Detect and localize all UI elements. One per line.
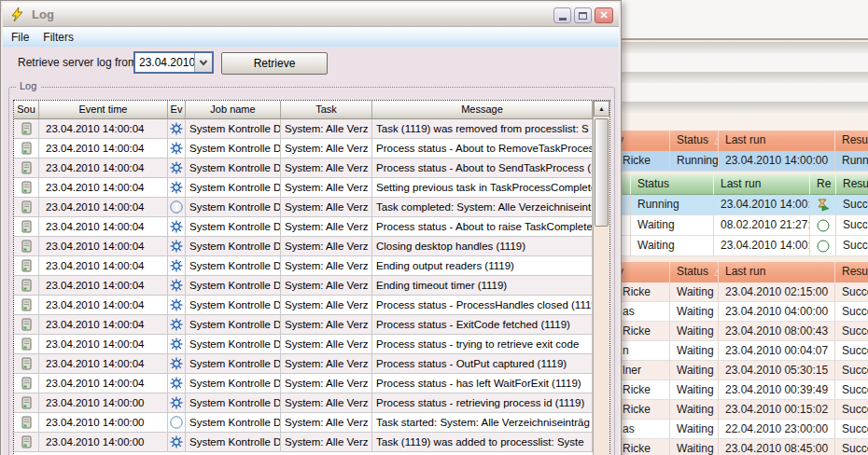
log-row[interactable]: 23.04.2010 14:00:04 (14, 139, 593, 159)
jobs-table-top-header[interactable]: y Status△ Last run Result (616, 131, 868, 151)
server-log-icon (21, 181, 32, 194)
table-row[interactable]: Ricke Waiting 23.04.2010 08:00:43 Succes… (616, 322, 868, 341)
task-cell: System: Alle Verz (281, 178, 372, 198)
debug-event-icon (170, 338, 183, 351)
log-row[interactable]: 23.04.2010 14:00:04 (14, 276, 593, 296)
column-header-name[interactable]: y (616, 262, 670, 283)
server-log-icon (21, 298, 32, 311)
table-row[interactable]: lner Waiting 23.04.2010 05:30:15 Success (616, 361, 868, 380)
column-header-status[interactable]: Status△ (670, 262, 719, 283)
menu-file[interactable]: File (11, 31, 29, 44)
table-row[interactable]: Waiting 08.02.2010 21:27:56 Suc (616, 215, 868, 236)
column-header-result[interactable]: Result (835, 262, 868, 283)
jobs-table-bottom-header[interactable]: y Status△ Last run Result (616, 262, 868, 283)
debug-event-icon (170, 142, 183, 155)
table-row[interactable]: Running 23.04.2010 14:00:00 Suc (616, 195, 868, 215)
log-row[interactable]: 23.04.2010 14:00:04 (14, 374, 593, 393)
log-row[interactable]: 23.04.2010 14:00:04 (14, 256, 593, 276)
log-row[interactable]: 23.04.2010 14:00:04 (14, 335, 593, 354)
debug-event-icon (170, 435, 183, 448)
source-cell (14, 217, 39, 237)
minimize-icon (559, 18, 567, 21)
table-row[interactable]: Ricke Waiting 23.04.2010 00:39:49 Succes… (616, 380, 868, 400)
table-row[interactable]: Ricke Waiting 23.04.2010 02:15:00 Succes… (616, 283, 868, 302)
column-header-status[interactable]: Status△ (670, 131, 719, 151)
column-header-message[interactable]: Message (372, 101, 593, 119)
log-group-title: Log (16, 80, 40, 91)
column-header-last-run[interactable]: Last run (719, 262, 835, 283)
minimize-button[interactable] (553, 7, 571, 23)
job-name-cell: as (616, 302, 670, 322)
status-cell: Waiting (631, 236, 714, 256)
server-log-icon (21, 220, 32, 233)
table-row[interactable]: Ricke Waiting 23.04.2010 00:15:02 Succes… (616, 400, 868, 420)
message-cell: Process status - trying to retrieve exit… (372, 335, 593, 354)
log-row[interactable]: 23.04.2010 14:00:04 (14, 198, 593, 217)
log-table-header: Sou Event time Ev Job name Task Message (14, 101, 593, 119)
date-picker[interactable]: 23.04.2010 (133, 51, 214, 74)
date-dropdown-button[interactable] (194, 53, 212, 72)
maximize-button[interactable] (574, 7, 592, 23)
status-cell: Waiting (670, 400, 719, 420)
log-row[interactable]: 23.04.2010 14:00:04 (14, 217, 593, 237)
log-row[interactable]: 23.04.2010 14:00:04 (14, 159, 593, 178)
event-time-cell: 23.04.2010 14:00:04 (39, 119, 168, 139)
last-run-cell: 23.04.2010 02:15:00 (719, 283, 835, 302)
column-header-re[interactable]: Re (810, 174, 836, 195)
result-cell: Success (836, 215, 868, 236)
scrollbar-thumb[interactable] (595, 118, 609, 227)
log-row[interactable]: 23.04.2010 14:00:04 (14, 315, 593, 335)
vertical-scrollbar[interactable]: ▲ (593, 101, 609, 455)
column-header-last-run[interactable]: Last run (714, 174, 810, 195)
result-cell: Success (835, 341, 868, 361)
log-row[interactable]: 23.04.2010 14:00:00 (14, 433, 593, 452)
debug-event-icon (170, 298, 183, 311)
chevron-down-icon (198, 58, 209, 67)
log-row[interactable]: 23.04.2010 14:00:04 (14, 296, 593, 315)
maximize-icon (579, 12, 587, 20)
scroll-up-button[interactable]: ▲ (594, 101, 609, 117)
retrieve-button[interactable]: Retrieve (221, 52, 328, 75)
column-header-name[interactable]: y (616, 131, 670, 151)
table-row[interactable]: Ricke Waiting 23.04.2010 08:45:00 Succes… (616, 439, 868, 455)
table-row[interactable]: as Waiting 22.04.2010 23:00:00 Success (616, 420, 868, 439)
jobs-table-top: y Status△ Last run Result Ricke Running … (616, 131, 868, 172)
log-row[interactable]: 23.04.2010 14:00:04 (14, 178, 593, 198)
debug-event-icon (170, 161, 183, 174)
log-row[interactable]: 23.04.2010 14:00:00 (14, 393, 593, 413)
column-header-event[interactable]: Ev (168, 101, 186, 119)
table-row[interactable]: Ricke Running 23.04.2010 14:00:00 Runnin… (616, 151, 868, 172)
menu-filters[interactable]: Filters (43, 31, 74, 44)
column-header-task[interactable]: Task (281, 101, 372, 119)
log-row[interactable]: 23.04.2010 14:00:04 (14, 119, 593, 139)
close-button[interactable]: ✕ (595, 7, 613, 23)
debug-event-icon (170, 122, 183, 135)
table-row[interactable]: Waiting 23.04.2010 14:00:04 Suc (616, 236, 868, 256)
column-header-status[interactable]: Status (631, 174, 714, 195)
log-table-body: 23.04.2010 14:00:04 (14, 119, 593, 455)
table-row[interactable]: as Waiting 23.04.2010 04:00:00 Success (616, 302, 868, 322)
dialog-titlebar[interactable]: Log ✕ (3, 3, 619, 27)
task-cell: System: Alle Verz (281, 237, 372, 256)
tasks-table-header[interactable]: r Status Last run Re Result (616, 174, 868, 195)
server-log-icon (21, 435, 32, 448)
status-cell: Running (670, 151, 719, 172)
column-header-job-name[interactable]: Job name (186, 101, 281, 119)
info-event-icon (170, 416, 183, 429)
table-row[interactable]: n Waiting 23.04.2010 00:04:07 Success (616, 341, 868, 361)
column-header-event-time[interactable]: Event time (39, 101, 168, 119)
log-row[interactable]: 23.04.2010 14:00:00 (14, 413, 593, 433)
log-row[interactable]: 23.04.2010 14:00:04 (14, 354, 593, 374)
event-time-cell: 23.04.2010 14:00:04 (39, 276, 168, 296)
column-header-source[interactable]: Sou (14, 101, 39, 119)
column-header-result[interactable]: Result (836, 174, 868, 195)
result-cell: Success (836, 236, 868, 256)
job-name-cell: System Kontrolle D (186, 178, 281, 198)
message-cell: Ending timeout timer (1119) (372, 276, 593, 296)
message-cell: Process status - About to raise TaskComp… (372, 217, 593, 237)
event-type-cell (168, 315, 186, 335)
log-row[interactable]: 23.04.2010 14:00:04 (14, 237, 593, 256)
menu-bar: File Filters (3, 27, 619, 47)
column-header-result[interactable]: Result (835, 131, 868, 151)
column-header-last-run[interactable]: Last run (719, 131, 835, 151)
